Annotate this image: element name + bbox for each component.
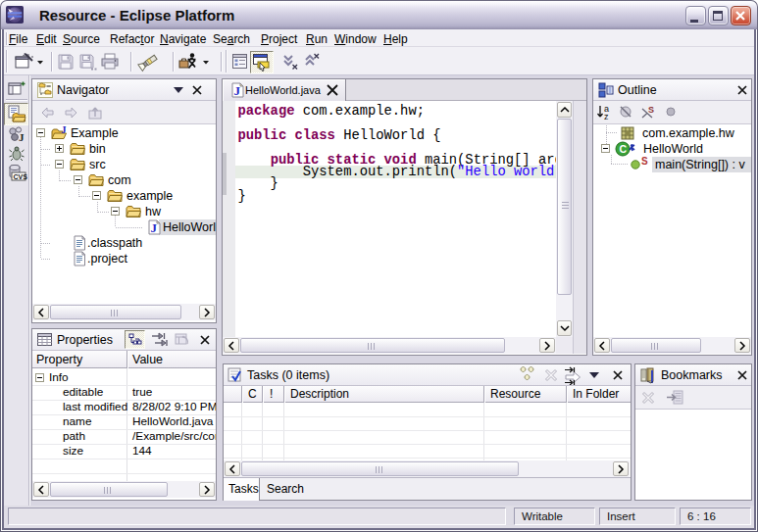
svg-text:C: C (620, 143, 628, 155)
svg-text:z: z (604, 112, 609, 121)
svg-text:J: J (19, 131, 25, 143)
svg-text:S: S (648, 105, 654, 115)
svg-text:CVS: CVS (14, 173, 28, 180)
